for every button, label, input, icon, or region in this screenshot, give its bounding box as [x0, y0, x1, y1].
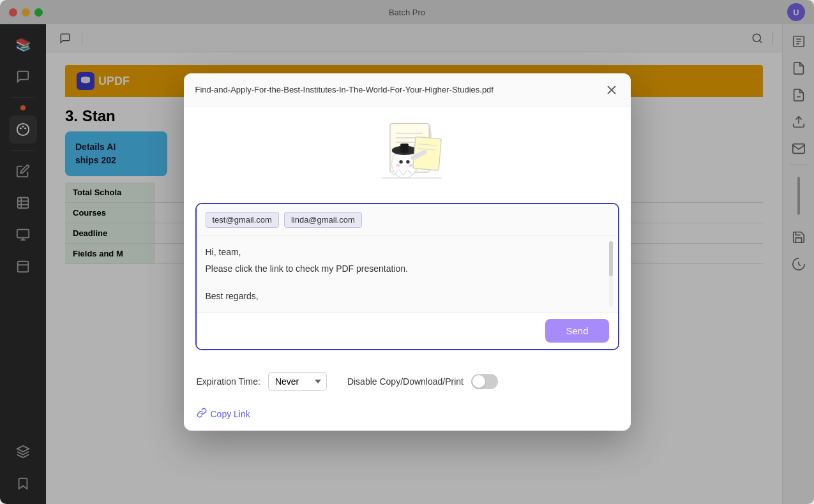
svg-point-33	[406, 160, 409, 163]
svg-point-34	[396, 164, 400, 167]
mascot-area	[184, 107, 631, 203]
send-button[interactable]: Send	[545, 319, 608, 343]
message-line2: Please click the link to check my PDF pr…	[206, 262, 609, 276]
expiration-select[interactable]: Never 1 Day 7 Days 30 Days	[268, 372, 327, 391]
message-scrollbar[interactable]	[609, 241, 613, 307]
toggle-thumb	[472, 375, 485, 388]
app-window: Batch Pro U 📚	[0, 0, 814, 504]
message-scroll-thumb[interactable]	[609, 241, 613, 276]
share-modal: Find-and-Apply-For-the-Best-Institutes-I…	[184, 73, 631, 431]
message-line1: Hi, team,	[206, 245, 609, 259]
copy-link-row: Copy Link	[184, 401, 631, 431]
mascot-illustration	[350, 120, 465, 190]
expiration-label: Expiration Time:	[197, 376, 260, 387]
recipients-row[interactable]: test@gmail.com linda@gmail.com	[197, 204, 618, 236]
disable-copy-label: Disable Copy/Download/Print	[347, 376, 464, 387]
copy-link-button[interactable]: Copy Link	[197, 408, 250, 420]
disable-copy-toggle[interactable]	[471, 374, 498, 389]
message-line3	[206, 279, 609, 289]
compose-area: test@gmail.com linda@gmail.com Hi, team,…	[195, 203, 619, 350]
message-line4: Best regards,	[206, 289, 609, 303]
svg-rect-37	[400, 144, 409, 152]
copy-link-icon	[197, 408, 207, 420]
message-body[interactable]: Hi, team, Please click the link to check…	[197, 236, 618, 312]
modal-header: Find-and-Apply-For-the-Best-Institutes-I…	[184, 73, 631, 107]
compose-footer: Send	[197, 312, 618, 349]
svg-point-35	[408, 164, 412, 167]
copy-link-label: Copy Link	[211, 409, 250, 419]
modal-overlay[interactable]: Find-and-Apply-For-the-Best-Institutes-I…	[0, 0, 814, 504]
options-row: Expiration Time: Never 1 Day 7 Days 30 D…	[184, 362, 631, 401]
modal-title: Find-and-Apply-For-the-Best-Institutes-I…	[195, 85, 598, 94]
email-tag-test[interactable]: test@gmail.com	[206, 212, 279, 228]
email-tag-linda[interactable]: linda@gmail.com	[284, 212, 362, 228]
modal-close-button[interactable]	[604, 82, 619, 98]
svg-point-32	[399, 160, 402, 163]
